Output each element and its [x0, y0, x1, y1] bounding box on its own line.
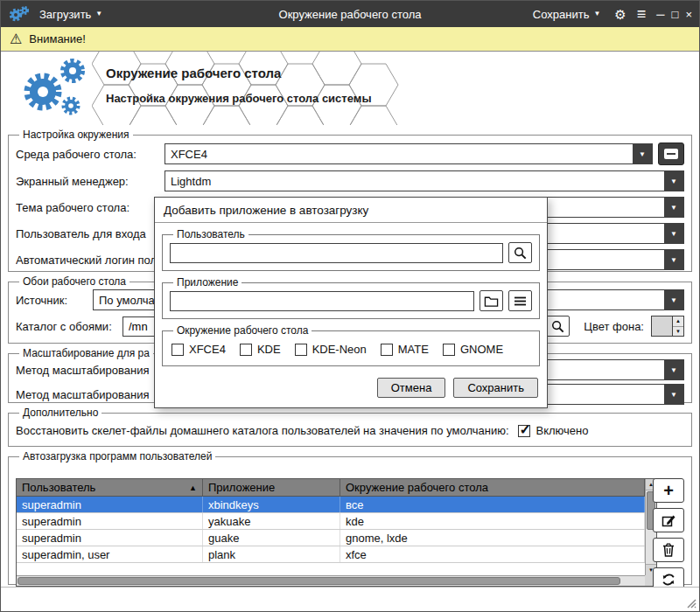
display-manager-label: Экранный менеджер: — [16, 175, 164, 188]
cell-app: yakuake — [203, 513, 340, 529]
spinner-down-icon[interactable]: ▼ — [673, 327, 683, 337]
desktop-env-select[interactable]: XFCE4 ▼ — [164, 143, 653, 164]
minimize-button[interactable]: ─ — [656, 9, 664, 20]
cell-app: xbindkeys — [203, 497, 340, 512]
header-text: Окружение рабочего стола Настройка окруж… — [106, 66, 372, 105]
save-menu-button[interactable]: Сохранить ▼ — [529, 5, 605, 24]
table-toolbar: + — [653, 478, 684, 597]
cell-env: kde — [340, 513, 645, 529]
wallpaper-dir-label: Каталог с обоями: — [16, 320, 122, 333]
dialog-user-input[interactable] — [170, 243, 503, 263]
app-list-button[interactable] — [508, 290, 532, 311]
app-folder-button[interactable] — [480, 290, 503, 311]
add-autostart-button[interactable]: + — [653, 478, 684, 503]
delete-autostart-button[interactable] — [653, 538, 684, 562]
app-header: Окружение рабочего стола Настройка окруж… — [1, 52, 699, 129]
load-menu-button[interactable]: Загрузить ▼ — [36, 5, 106, 24]
statusbar — [1, 587, 699, 611]
titlebar: Загрузить ▼ Окружение рабочего стола Сох… — [1, 1, 699, 27]
header-title: Окружение рабочего стола — [106, 66, 372, 80]
hamburger-menu-icon[interactable]: ≡ — [637, 6, 647, 22]
edit-icon — [661, 512, 676, 528]
table-row[interactable]: superadmin guake gnome, lxde — [17, 530, 645, 546]
wallpaper-legend: Обои рабочего стола — [19, 275, 130, 288]
settings-gear-icon[interactable]: ⚙ — [614, 8, 626, 21]
titlebar-right: Сохранить ▼ ⚙ ≡ ─ □ × — [529, 5, 692, 24]
edit-autostart-button[interactable] — [653, 508, 684, 532]
checkbox-kde[interactable]: KDE — [240, 343, 281, 356]
checkbox-label: GNOME — [460, 343, 503, 356]
column-user-label: Пользователь — [22, 481, 95, 494]
desktop-env-value: XFCE4 — [165, 148, 633, 161]
titlebar-left: Загрузить ▼ — [8, 4, 106, 24]
desktop-theme-label: Тема рабочего стола: — [16, 201, 164, 214]
chevron-down-icon[interactable]: ▼ — [664, 224, 683, 243]
maximize-button[interactable]: □ — [672, 9, 679, 20]
sort-asc-icon: ▲ — [184, 483, 197, 492]
spinner-up-icon[interactable]: ▲ — [673, 316, 683, 327]
checkbox-xfce4[interactable]: XFCE4 — [172, 343, 226, 356]
checkbox-label: MATE — [398, 343, 429, 356]
chevron-down-icon[interactable]: ▼ — [664, 290, 683, 309]
wallpaper-dir-search-button[interactable] — [546, 316, 570, 337]
cell-env: все — [340, 497, 645, 512]
horizontal-scroll-thumb[interactable] — [18, 577, 620, 585]
restore-skel-label: Восстановить скелет-файлы домашнего ката… — [16, 424, 509, 437]
checkbox-kde-neon[interactable]: KDE-Neon — [295, 343, 367, 356]
user-search-button[interactable] — [508, 242, 532, 263]
column-header-env[interactable]: Окружение рабочего стола — [340, 479, 645, 496]
cell-env: xfce — [340, 546, 645, 562]
column-header-app[interactable]: Приложение — [203, 479, 340, 496]
list-icon — [514, 296, 527, 307]
chevron-down-icon[interactable]: ▼ — [664, 250, 683, 269]
bg-color-label: Цвет фона: — [584, 320, 644, 333]
cell-user: superadmin, user — [17, 546, 203, 562]
checkbox-label: KDE — [257, 343, 281, 356]
desktop-env-row: Среда рабочего стола: XFCE4 ▼ — [16, 143, 684, 165]
desktop-env-browse-button[interactable] — [658, 143, 684, 165]
display-manager-select[interactable]: Lightdm ▼ — [164, 170, 684, 191]
chevron-down-icon[interactable]: ▼ — [664, 198, 683, 217]
chevron-down-icon[interactable]: ▼ — [664, 385, 683, 404]
display-manager-value: Lightdm — [165, 175, 664, 188]
checkbox-box — [172, 344, 184, 356]
dialog-env-fieldset: Окружение рабочего стола XFCE4 KDE KDE-N… — [162, 324, 540, 366]
save-menu-label: Сохранить — [533, 8, 590, 21]
table-row[interactable]: superadmin, user plank xfce — [17, 546, 645, 563]
chevron-down-icon[interactable]: ▼ — [664, 171, 683, 191]
folder-icon — [484, 295, 499, 308]
restore-skel-row: Восстановить скелет-файлы домашнего ката… — [16, 424, 684, 437]
checkbox-box — [240, 344, 252, 356]
resize-grip[interactable] — [684, 596, 696, 609]
column-header-user[interactable]: Пользователь ▲ — [17, 479, 203, 496]
checkbox-box — [443, 344, 455, 356]
add-autostart-dialog: Добавить приложение в автозагрузку Польз… — [154, 197, 548, 408]
chevron-down-icon[interactable]: ▼ — [633, 144, 652, 163]
chevron-down-icon[interactable]: ▼ — [664, 360, 683, 379]
dialog-save-button[interactable]: Сохранить — [453, 378, 538, 398]
cell-app: plank — [203, 546, 340, 562]
table-row[interactable]: superadmin yakuake kde — [17, 513, 645, 530]
scaling-method2-label: Метод масштабирования — [16, 388, 164, 401]
table-row[interactable]: superadmin xbindkeys все — [17, 497, 645, 513]
bg-color-spinner[interactable]: ▲ ▼ — [651, 316, 684, 337]
table-header: Пользователь ▲ Приложение Окружение рабо… — [17, 479, 645, 497]
horizontal-scrollbar[interactable] — [17, 575, 645, 586]
dialog-app-input[interactable] — [170, 291, 474, 311]
checkbox-gnome[interactable]: GNOME — [443, 343, 503, 356]
load-menu-label: Загрузить — [39, 8, 91, 21]
wallpaper-source-label: Источник: — [16, 294, 93, 307]
warning-bar: ⚠ Внимание! — [1, 27, 699, 52]
enabled-checkbox[interactable]: ✓ — [518, 425, 530, 437]
cancel-button[interactable]: Отмена — [377, 378, 446, 398]
checkbox-mate[interactable]: MATE — [381, 343, 429, 356]
environment-settings-legend: Настройка окружения — [19, 129, 133, 141]
cell-user: superadmin — [17, 530, 203, 546]
header-subtitle: Настройка окружения рабочего стола систе… — [106, 92, 372, 105]
gears-logo-icon — [15, 53, 98, 125]
check-icon: ✓ — [520, 421, 531, 438]
desktop-env-label: Среда рабочего стола: — [16, 148, 164, 161]
scaling-legend: Масштабирование для ра — [19, 347, 153, 359]
warning-text: Внимание! — [29, 32, 86, 45]
close-button[interactable]: × — [685, 9, 692, 20]
